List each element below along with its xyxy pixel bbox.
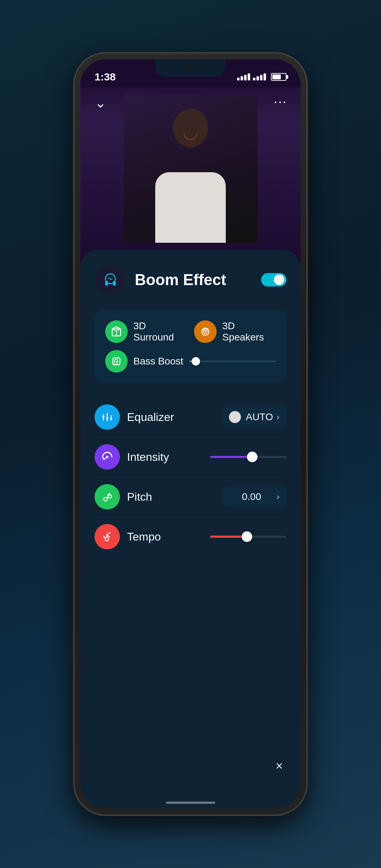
effects-top-row: 3D Surround: [105, 320, 276, 343]
status-time: 1:38: [95, 71, 116, 83]
tempo-row: Tempo: [95, 517, 286, 556]
equalizer-icon: [95, 404, 120, 430]
bass-slider[interactable]: [189, 361, 276, 362]
phone-wrapper: 1:38: [71, 46, 310, 822]
svg-rect-14: [102, 416, 104, 417]
app-title: Boom Effect: [135, 271, 253, 289]
equalizer-chevron-icon: ›: [277, 412, 279, 422]
pitch-icon: [95, 484, 120, 510]
battery-fill: [272, 74, 281, 79]
bar: [253, 78, 255, 80]
bar: [248, 73, 250, 80]
pitch-value: 0.00: [230, 491, 273, 502]
speakers-icon: [194, 320, 217, 343]
svg-line-24: [107, 533, 110, 534]
signal-bars-1: [237, 73, 250, 80]
bottom-panel: Boom Effect: [80, 250, 301, 809]
intensity-icon: [95, 444, 120, 470]
close-button[interactable]: ×: [276, 759, 283, 773]
svg-line-20: [107, 495, 108, 498]
intensity-label: Intensity: [127, 451, 203, 464]
more-options-icon[interactable]: ⋮: [274, 96, 286, 109]
svg-point-8: [207, 329, 208, 331]
pitch-value-box[interactable]: 0.00 ›: [223, 486, 286, 507]
home-indicator: [166, 802, 215, 804]
svg-point-22: [105, 537, 109, 541]
person-smile: [183, 133, 198, 140]
intensity-thumb: [247, 452, 258, 462]
boom-header: Boom Effect: [95, 264, 286, 296]
svg-point-9: [202, 329, 204, 331]
svg-rect-16: [110, 418, 112, 420]
pitch-label: Pitch: [127, 490, 216, 504]
equalizer-value-box[interactable]: AUTO ›: [222, 406, 286, 428]
person-body: [155, 172, 226, 243]
headphone-icon: [102, 271, 119, 289]
bar: [260, 75, 262, 80]
equalizer-value: AUTO: [246, 411, 273, 423]
eq-mode-dot: [229, 411, 241, 423]
boom-logo: [95, 264, 126, 296]
svg-point-7: [205, 328, 206, 330]
speakers-label: 3D Speakers: [222, 320, 276, 343]
pitch-row[interactable]: Pitch 0.00 ›: [95, 477, 286, 517]
svg-point-18: [104, 498, 107, 501]
tempo-slider[interactable]: [210, 536, 286, 538]
bass-boost-row: Bass Boost: [105, 350, 276, 373]
bass-icon: [105, 350, 128, 373]
surround-icon: [105, 320, 128, 343]
chevron-down-icon[interactable]: ⌄: [95, 95, 107, 111]
tempo-label: Tempo: [127, 530, 203, 543]
effect-3d-speakers[interactable]: 3D Speakers: [194, 320, 276, 343]
boom-logo-inner: [96, 265, 125, 295]
bass-label: Bass Boost: [133, 356, 183, 367]
notch: [155, 59, 226, 77]
bar: [241, 76, 243, 80]
signal-bars-2: [253, 73, 266, 80]
pitch-chevron-icon: ›: [277, 492, 279, 502]
top-controls: ⌄ ⋮: [80, 88, 301, 118]
intensity-row: Intensity: [95, 437, 286, 477]
bar: [256, 76, 259, 80]
svg-point-17: [106, 456, 108, 458]
effect-3d-surround[interactable]: 3D Surround: [105, 320, 187, 343]
svg-point-6: [205, 331, 206, 332]
status-icons: [237, 73, 286, 81]
intensity-slider[interactable]: [210, 456, 286, 458]
camera-dot: [187, 64, 194, 70]
effects-card: 3D Surround: [95, 310, 286, 383]
boom-toggle[interactable]: [261, 273, 286, 287]
bass-slider-thumb: [192, 357, 200, 366]
phone-frame: 1:38: [74, 53, 307, 815]
bar: [237, 78, 240, 80]
svg-rect-15: [106, 417, 108, 419]
bar: [264, 73, 266, 80]
equalizer-label: Equalizer: [127, 411, 215, 424]
phone-screen: 1:38: [80, 59, 301, 809]
bar: [244, 75, 247, 80]
svg-rect-1: [105, 281, 108, 286]
tempo-icon: [95, 524, 120, 549]
toggle-knob: [274, 275, 284, 285]
tempo-thumb: [242, 531, 252, 542]
equalizer-row[interactable]: Equalizer AUTO ›: [95, 397, 286, 437]
battery-icon: [271, 73, 286, 81]
svg-rect-2: [113, 281, 116, 286]
surround-label: 3D Surround: [133, 320, 187, 343]
